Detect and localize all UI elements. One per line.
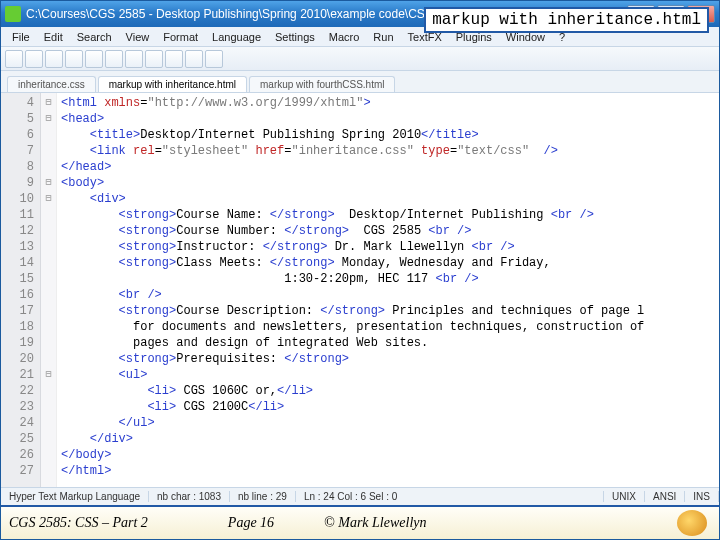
line-gutter: 4567891011121314151617181920212223242526…	[1, 93, 41, 487]
cut-button[interactable]	[125, 50, 143, 68]
app-icon	[5, 6, 21, 22]
notepadpp-window: C:\Courses\CGS 2585 - Desktop Publishing…	[0, 0, 720, 540]
print-button[interactable]	[105, 50, 123, 68]
status-eol: UNIX	[604, 491, 645, 502]
fold-column[interactable]: ⊟⊟ ⊟⊟ ⊟	[41, 93, 57, 487]
close-button[interactable]	[85, 50, 103, 68]
tab[interactable]: markup with inheritance.html	[98, 76, 247, 92]
menu-view[interactable]: View	[119, 29, 157, 45]
ucf-logo-icon	[677, 510, 707, 536]
menu-search[interactable]: Search	[70, 29, 119, 45]
menu-settings[interactable]: Settings	[268, 29, 322, 45]
save-button[interactable]	[45, 50, 63, 68]
menu-file[interactable]: File	[5, 29, 37, 45]
tabstrip: inheritance.cssmarkup with inheritance.h…	[1, 71, 719, 93]
status-lines: nb line : 29	[230, 491, 296, 502]
copy-button[interactable]	[145, 50, 163, 68]
new-button[interactable]	[5, 50, 23, 68]
tab[interactable]: markup with fourthCSS.html	[249, 76, 396, 92]
statusbar: Hyper Text Markup Language nb char : 108…	[1, 487, 719, 505]
status-lang: Hyper Text Markup Language	[1, 491, 149, 502]
slide-footer: CGS 2585: CSS – Part 2 Page 16 © Mark Ll…	[1, 505, 719, 539]
toolbar	[1, 47, 719, 71]
open-button[interactable]	[25, 50, 43, 68]
menu-run[interactable]: Run	[366, 29, 400, 45]
code-area[interactable]: <html xmlns="http://www.w3.org/1999/xhtm…	[57, 93, 719, 487]
footer-course: CGS 2585: CSS – Part 2	[9, 515, 148, 531]
menubar: markup with inheritance.html FileEditSea…	[1, 27, 719, 47]
footer-page: Page 16	[228, 515, 274, 531]
redo-button[interactable]	[205, 50, 223, 68]
footer-author: © Mark Llewellyn	[324, 515, 426, 531]
menu-format[interactable]: Format	[156, 29, 205, 45]
status-ins: INS	[685, 491, 719, 502]
tab[interactable]: inheritance.css	[7, 76, 96, 92]
undo-button[interactable]	[185, 50, 203, 68]
status-enc: ANSI	[645, 491, 685, 502]
annotation-label: markup with inheritance.html	[424, 7, 709, 33]
menu-edit[interactable]: Edit	[37, 29, 70, 45]
paste-button[interactable]	[165, 50, 183, 68]
status-pos: Ln : 24 Col : 6 Sel : 0	[296, 491, 604, 502]
menu-language[interactable]: Language	[205, 29, 268, 45]
status-chars: nb char : 1083	[149, 491, 230, 502]
saveall-button[interactable]	[65, 50, 83, 68]
editor[interactable]: 4567891011121314151617181920212223242526…	[1, 93, 719, 487]
menu-macro[interactable]: Macro	[322, 29, 367, 45]
